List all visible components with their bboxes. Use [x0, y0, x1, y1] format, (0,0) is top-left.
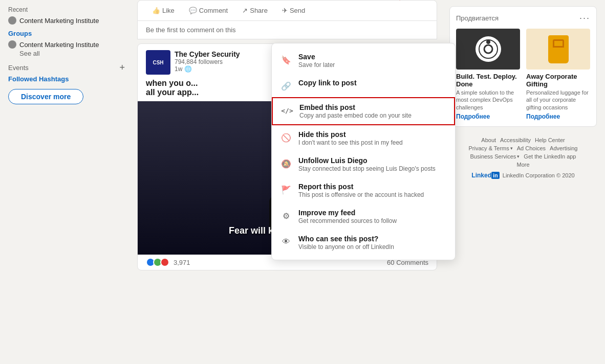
- hide-icon: 🚫: [280, 131, 292, 144]
- circleci-logo-wrapper: [456, 29, 520, 70]
- li-text: Linked: [471, 172, 491, 179]
- like-icon: 👍: [152, 7, 160, 14]
- save-title: Save: [298, 53, 447, 61]
- reaction-icons: [146, 258, 169, 267]
- dropdown-embed[interactable]: </> Embed this post Copy and paste embed…: [272, 97, 455, 125]
- share-button[interactable]: ↗ Share: [236, 4, 274, 17]
- post-meta: 1w 🌐: [175, 65, 240, 73]
- dropdown-report[interactable]: 🚩 Report this post This post is offensiv…: [272, 177, 455, 203]
- first-comment-text: Be the first to comment on this: [146, 26, 236, 34]
- chevron-down-icon: ▾: [510, 146, 513, 151]
- globe-icon: 🌐: [184, 65, 192, 73]
- add-event-icon[interactable]: +: [119, 62, 125, 73]
- footer-row-2: Privacy & Terms ▾ Ad Choices Advertising: [449, 145, 597, 151]
- who-title: Who can see this post?: [298, 235, 447, 243]
- get-app-link[interactable]: Get the LinkedIn app: [524, 153, 576, 160]
- dropdown-who-can-see[interactable]: 👁 Who can see this post? Visible to anyo…: [272, 230, 455, 256]
- embed-desc: Copy and paste embed code on your site: [299, 112, 446, 119]
- unfollow-icon: 🔕: [280, 157, 292, 170]
- report-icon: 🚩: [280, 184, 292, 196]
- away-name: Away Corporate Gifting: [526, 73, 590, 88]
- help-center-link[interactable]: Help Center: [535, 137, 565, 143]
- post-followers: 794,884 followers: [175, 58, 240, 65]
- copy-link-title: Copy link to post: [298, 79, 447, 87]
- promo-away: Away Corporate Gifting Personalized lugg…: [526, 29, 590, 120]
- post-time: 1w: [175, 65, 182, 73]
- copyright-text: LinkedIn Corporation © 2020: [503, 172, 575, 178]
- embed-icon: </>: [281, 104, 293, 117]
- groups-cmi-label: Content Marketing Institute: [19, 41, 99, 49]
- promo-header: Продвигается ···: [456, 13, 590, 24]
- circleci-desc: A simple solution to the most complex De…: [456, 89, 520, 111]
- dropdown-save[interactable]: 🔖 Save Save for later: [272, 48, 455, 74]
- groups-link[interactable]: Groups: [8, 30, 125, 37]
- away-logo-wrapper: [526, 29, 590, 70]
- promo-title: Продвигается: [456, 14, 499, 22]
- footer-row-3: Business Services ▾ Get the LinkedIn app: [449, 153, 597, 160]
- footer-links: About Accessibility Help Center Privacy …: [449, 133, 597, 183]
- dropdown-improve[interactable]: ⚙ Improve my feed Get recommended source…: [272, 203, 455, 230]
- share-icon: ↗: [242, 7, 248, 14]
- circleci-link[interactable]: Подробнее: [456, 113, 520, 120]
- unfollow-desc: Stay connected but stop seeing Luis Dieg…: [298, 165, 447, 172]
- advertising-link[interactable]: Advertising: [550, 145, 577, 151]
- comment-input-area: Be the first to comment on this: [137, 21, 437, 39]
- dropdown-hide[interactable]: 🚫 Hide this post I don't want to see thi…: [272, 125, 455, 151]
- accessibility-link[interactable]: Accessibility: [500, 137, 531, 143]
- promo-circleci: Build. Test. Deploy. Done A simple solut…: [456, 29, 520, 120]
- groups-cmi-item[interactable]: Content Marketing Institute: [8, 39, 125, 50]
- events-label: Events: [8, 64, 29, 72]
- comment-icon: 💬: [189, 7, 197, 14]
- hide-desc: I don't want to see this post in my feed: [298, 139, 447, 146]
- send-icon: ✈: [282, 7, 288, 14]
- like-button[interactable]: 👍 Like: [146, 4, 181, 17]
- post-author-name[interactable]: The Cyber Security: [175, 50, 240, 58]
- footer-row-1: About Accessibility Help Center: [449, 137, 597, 143]
- report-desc: This post is offensive or the account is…: [298, 191, 447, 198]
- recent-cmi-item[interactable]: Content Marketing Institute: [8, 15, 125, 26]
- report-title: Report this post: [298, 183, 447, 191]
- hide-title: Hide this post: [298, 130, 447, 139]
- footer-logo-row: Linkedin LinkedIn Corporation © 2020: [449, 172, 597, 179]
- recent-cmi-label: Content Marketing Institute: [19, 17, 99, 25]
- left-sidebar: Recent Content Marketing Institute Group…: [0, 0, 133, 364]
- ad-choices-link[interactable]: Ad Choices: [517, 145, 546, 151]
- unfollow-title: Unfollow Luis Diego: [298, 156, 447, 165]
- promo-card: Продвигается ··· Build. Test. Deploy. Do…: [449, 6, 597, 127]
- about-link[interactable]: About: [481, 137, 496, 143]
- avatar-text: CSH: [153, 60, 163, 65]
- dropdown-unfollow[interactable]: 🔕 Unfollow Luis Diego Stay connected but…: [272, 151, 455, 177]
- chevron-down-icon-2: ▾: [517, 154, 520, 159]
- away-bag: [548, 35, 569, 63]
- li-box: in: [491, 172, 500, 179]
- svg-point-3: [486, 40, 490, 44]
- link-icon: 🔗: [280, 80, 292, 92]
- who-desc: Visible to anyone on or off LinkedIn: [298, 243, 447, 251]
- business-services-link[interactable]: Business Services ▾: [470, 153, 520, 160]
- send-button[interactable]: ✈ Send: [276, 4, 311, 17]
- privacy-terms-link[interactable]: Privacy & Terms ▾: [469, 145, 513, 151]
- improve-title: Improve my feed: [298, 209, 447, 217]
- followed-hashtags-link[interactable]: Followed Hashtags: [8, 75, 125, 83]
- recent-label: Recent: [8, 6, 125, 13]
- groups-person-icon: [8, 40, 16, 49]
- circleci-logo: [476, 36, 501, 62]
- dropdown-copy-link[interactable]: 🔗 Copy link to post: [272, 74, 455, 97]
- improve-icon: ⚙: [280, 210, 292, 222]
- see-all-link[interactable]: See all: [19, 50, 125, 57]
- right-sidebar: Продвигается ··· Build. Test. Deploy. Do…: [441, 0, 605, 364]
- save-icon: 🔖: [280, 54, 292, 66]
- dropdown-menu: 🔖 Save Save for later 🔗 Copy link to pos…: [271, 43, 456, 260]
- post-info: The Cyber Security 794,884 followers 1w …: [175, 50, 240, 73]
- linkedin-logo: Linkedin: [471, 172, 499, 179]
- main-feed: 👍 Like 💬 Comment ↗ Share ✈ Send Be the f…: [133, 0, 441, 364]
- embed-title: Embed this post: [299, 103, 446, 111]
- more-link[interactable]: More: [516, 162, 529, 168]
- circleci-name: Build. Test. Deploy. Done: [456, 73, 520, 88]
- away-link[interactable]: Подробнее: [526, 113, 590, 120]
- footer-row-4: More: [449, 162, 597, 168]
- comment-button[interactable]: 💬 Comment: [183, 4, 234, 17]
- discover-more-button[interactable]: Discover more: [8, 89, 83, 104]
- promo-more-button[interactable]: ···: [579, 13, 590, 24]
- away-desc: Personalized luggage for all of your cor…: [526, 89, 590, 111]
